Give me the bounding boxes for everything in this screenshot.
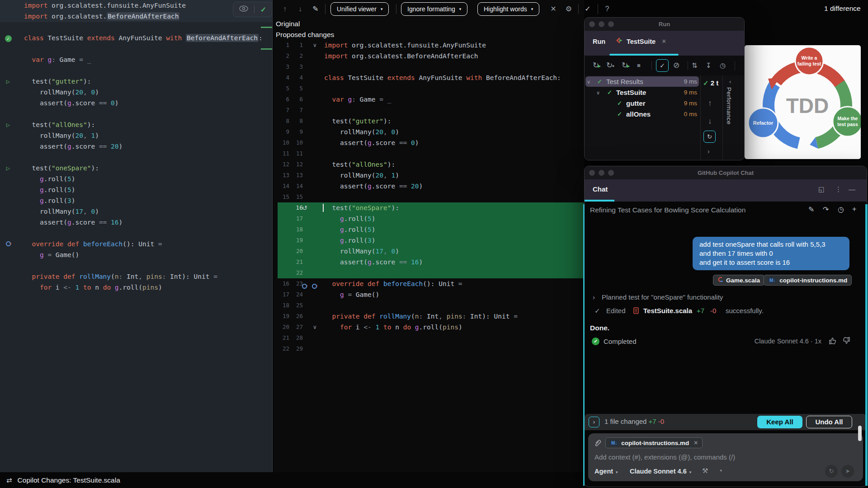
markdown-file-icon: M↓	[768, 277, 777, 283]
filter-tests-icon[interactable]: ↻	[703, 131, 716, 143]
close-tab-icon[interactable]: ✕	[661, 38, 666, 45]
scrollbar-thumb[interactable]	[858, 426, 862, 441]
expand-panel-icon[interactable]: ›	[708, 148, 710, 155]
code-line: ✓class TestSuite extends AnyFunSuite wit…	[0, 33, 273, 43]
expand-chevron-icon[interactable]: ∨	[587, 76, 590, 87]
context-chip[interactable]: M↓ copilot-instructions.md ✕	[605, 437, 703, 448]
divider	[722, 75, 723, 160]
history-clock-icon[interactable]: ◷	[838, 205, 844, 214]
editor-pane[interactable]: import org.scalatest.funsuite.AnyFunSuit…	[0, 0, 273, 472]
tests-passed-icon[interactable]: ✓	[4, 33, 13, 43]
edit-thread-icon[interactable]: ✎	[808, 205, 814, 214]
thumbs-down-icon[interactable]	[842, 337, 850, 347]
diff-viewer: ↑ ↓ ✎ Unified viewer▾ Ignore formatting▾…	[273, 0, 584, 472]
revert-change-icon[interactable]: ↺	[302, 202, 307, 213]
chevron-down-icon: ▾	[381, 7, 383, 11]
show-passed-filter-icon[interactable]: ✓	[656, 59, 669, 72]
tools-icon[interactable]: ⚒	[702, 467, 708, 475]
resume-icon[interactable]: ↻▶	[622, 61, 628, 70]
formatting-dropdown[interactable]: Ignore formatting▾	[401, 2, 467, 16]
tdd-cycle-image: TDD Write a failing test Make the test p…	[745, 45, 861, 159]
next-difference-icon[interactable]: ↓	[295, 0, 306, 18]
stop-icon[interactable]: ■	[637, 61, 641, 70]
tab-testsuite[interactable]: TestSuite ✕	[616, 37, 666, 46]
attachment-chip-instructions[interactable]: M↓ copilot-instructions.md	[764, 275, 852, 286]
diff-line: 22import org.scalatest.BeforeAndAfterEac…	[273, 51, 584, 61]
undo-all-button[interactable]: Undo All	[806, 416, 852, 428]
code-line: private def rollMany(n: Int, pins: Int):…	[0, 271, 273, 282]
attachment-chip-game[interactable]: Game.scala	[713, 275, 764, 286]
mode-dropdown[interactable]: Agent▾	[594, 468, 618, 475]
viewer-mode-dropdown[interactable]: Unified viewer▾	[330, 2, 389, 16]
sort-tests-icon[interactable]: ⇅	[692, 61, 698, 70]
expand-chevron-icon[interactable]: ∨	[596, 87, 600, 98]
test-tree-row[interactable]: ✓gutter9 ms	[585, 98, 700, 109]
test-tree-row[interactable]: ∨✓Test Results9 ms	[585, 76, 700, 87]
window-titlebar[interactable]: GitHub Copilot Chat	[585, 166, 867, 179]
completed-check-icon: ✓	[592, 338, 599, 345]
diff-line: 1724 g = Game()	[273, 289, 584, 300]
eye-icon[interactable]	[239, 5, 248, 14]
redo-icon[interactable]: ↷	[823, 205, 829, 214]
show-ignored-filter-icon[interactable]: ⊘	[673, 61, 679, 70]
chat-input-placeholder[interactable]: Add context (#), extensions (@), command…	[594, 453, 735, 461]
run-test-icon[interactable]: ▷	[4, 76, 13, 87]
run-test-icon[interactable]: ▷	[4, 163, 13, 174]
diff-line: 99 rollMany(20, 0)	[273, 127, 584, 137]
scala-file-icon	[717, 277, 723, 284]
fold-chevron-icon[interactable]: ∨	[313, 322, 317, 333]
keep-all-button[interactable]: Keep All	[757, 416, 802, 428]
test-tree-row[interactable]: ✓allOnes0 ms	[585, 109, 700, 120]
model-dropdown[interactable]: Claude Sonnet 4.6▾	[630, 468, 691, 475]
quota-gauge-icon[interactable]: ◔	[718, 467, 722, 474]
collapse-icon[interactable]: ✕	[548, 0, 559, 18]
tab-chat[interactable]: Chat	[593, 185, 608, 193]
test-tree-row[interactable]: ∨✓TestSuite9 ms	[585, 87, 700, 98]
next-test-icon[interactable]: ↓	[708, 117, 712, 126]
tab-performance[interactable]: Performance	[726, 87, 732, 125]
send-button[interactable]: ➤	[841, 465, 854, 478]
divider	[598, 4, 598, 14]
open-in-window-icon[interactable]: ◱	[818, 185, 825, 193]
diff-line: 88 test("gutter"):	[273, 116, 584, 127]
previous-difference-icon[interactable]: ↑	[279, 0, 290, 18]
test-passed-icon: ✓	[597, 76, 602, 87]
kebab-menu-icon[interactable]: ⋮	[835, 185, 842, 193]
paperclip-icon[interactable]	[594, 439, 601, 449]
override-method-icon[interactable]	[4, 239, 13, 249]
minimize-panel-icon[interactable]: —	[849, 185, 855, 193]
fold-chevron-icon[interactable]: ∨	[313, 40, 317, 51]
voice-sync-button[interactable]: ↻	[825, 465, 838, 478]
editor-code[interactable]: import org.scalatest.funsuite.AnyFunSuit…	[0, 0, 273, 293]
highlight-dropdown[interactable]: Highlight words▾	[477, 2, 539, 16]
rerun-failed-icon[interactable]: ↻●	[606, 61, 613, 70]
settings-gear-icon[interactable]: ⚙	[563, 0, 574, 18]
planned-test-row[interactable]: Planned test for "oneSpare" functionalit…	[602, 293, 723, 301]
chat-input-box[interactable]: M↓ copilot-instructions.md ✕ Add context…	[588, 433, 863, 481]
test-history-clock-icon[interactable]: ◷	[720, 61, 726, 70]
accept-check-icon[interactable]: ✓	[260, 5, 266, 14]
edit-icon[interactable]: ✎	[310, 0, 321, 18]
diff-code[interactable]: 11∨import org.scalatest.funsuite.AnyFunS…	[273, 40, 584, 354]
edited-file-name[interactable]: TestSuite.scala	[643, 307, 692, 314]
rerun-tests-icon[interactable]: ↻▶	[593, 61, 599, 70]
new-chat-icon[interactable]: +	[852, 205, 856, 213]
tdd-center-label: TDD	[786, 94, 829, 117]
diff-toolbar: ↑ ↓ ✎ Unified viewer▾ Ignore formatting▾…	[273, 0, 584, 18]
window-titlebar[interactable]: Run	[585, 18, 744, 31]
import-results-icon[interactable]: ↧	[706, 61, 712, 70]
code-line: g.roll(3)	[0, 195, 273, 206]
diff-line: 1825	[273, 300, 584, 311]
diff-line: 11∨import org.scalatest.funsuite.AnyFunS…	[273, 40, 584, 51]
test-results-tree[interactable]: ∨✓Test Results9 ms∨✓TestSuite9 ms✓gutter…	[585, 76, 700, 120]
help-icon[interactable]: ?	[602, 0, 613, 18]
previous-test-icon[interactable]: ↑	[708, 99, 712, 108]
thumbs-up-icon[interactable]	[829, 337, 837, 347]
collapse-performance-icon[interactable]: ‹	[729, 78, 731, 85]
remove-chip-icon[interactable]: ✕	[693, 440, 698, 446]
run-test-icon[interactable]: ▷	[4, 119, 13, 130]
expand-changes-icon[interactable]: ›	[589, 417, 599, 427]
apply-check-icon[interactable]: ✓	[582, 0, 593, 18]
chevron-right-icon[interactable]: ›	[593, 293, 595, 301]
tab-run[interactable]: Run	[593, 38, 605, 45]
